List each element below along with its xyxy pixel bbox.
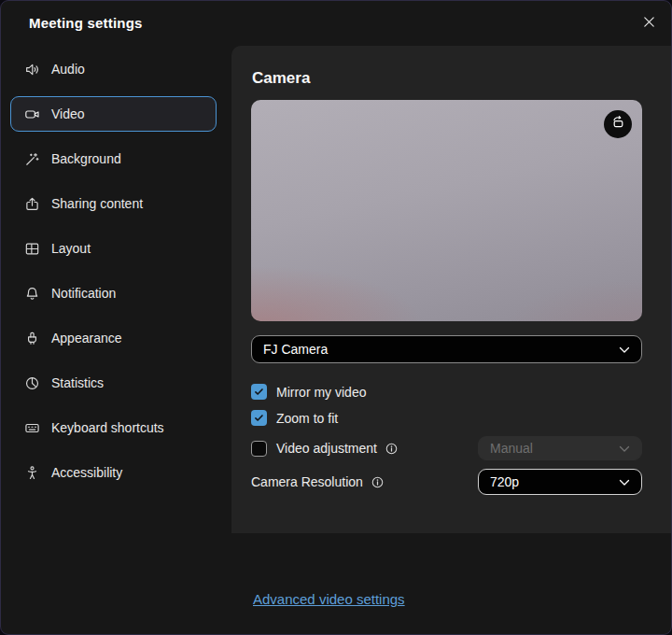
camera-device-value: FJ Camera — [263, 342, 328, 357]
advanced-video-settings-link[interactable]: Advanced video settings — [253, 591, 405, 607]
info-icon[interactable] — [385, 442, 399, 456]
video-settings-panel: Camera FJ Camera Mirror my video — [231, 46, 672, 533]
sidebar-item-label: Accessibility — [51, 465, 122, 480]
meeting-settings-dialog: Meeting settings Audio Video Background — [0, 0, 672, 635]
zoom-to-fit-checkbox[interactable] — [251, 410, 267, 426]
video-adjustment-label: Video adjustment — [276, 441, 377, 456]
sidebar-item-label: Keyboard shortcuts — [51, 420, 164, 435]
magic-wand-icon — [23, 150, 40, 167]
sidebar-item-label: Audio — [51, 62, 85, 77]
video-toggles: Mirror my video Zoom to fit Video adjust… — [251, 384, 642, 495]
camera-resolution-value: 720p — [490, 474, 519, 489]
sidebar-item-label: Appearance — [51, 331, 122, 346]
paintbrush-icon — [23, 330, 40, 346]
flip-camera-button[interactable] — [604, 110, 632, 138]
chevron-down-icon — [619, 474, 630, 489]
camera-preview — [251, 100, 642, 321]
sidebar-item-appearance[interactable]: Appearance — [10, 320, 217, 356]
close-button[interactable] — [637, 11, 661, 35]
layout-grid-icon — [23, 240, 40, 257]
sidebar-item-accessibility[interactable]: Accessibility — [10, 455, 217, 490]
zoom-to-fit-row: Zoom to fit — [251, 410, 642, 426]
sidebar-item-keyboard-shortcuts[interactable]: Keyboard shortcuts — [10, 410, 217, 445]
zoom-to-fit-label: Zoom to fit — [276, 411, 338, 426]
camera-resolution-row: Camera Resolution 720p — [251, 469, 642, 495]
panel-heading: Camera — [252, 69, 642, 88]
info-icon[interactable] — [371, 475, 385, 489]
sidebar-item-notification[interactable]: Notification — [10, 275, 217, 311]
close-icon — [642, 15, 656, 33]
bell-icon — [23, 285, 40, 302]
video-adjustment-mode-value: Manual — [490, 441, 533, 456]
video-adjustment-checkbox[interactable] — [251, 441, 267, 457]
camera-resolution-label: Camera Resolution — [251, 474, 363, 489]
video-adjustment-mode-select[interactable]: Manual — [478, 436, 642, 460]
chevron-down-icon — [619, 342, 630, 357]
speaker-icon — [23, 61, 40, 78]
sidebar-item-audio[interactable]: Audio — [10, 51, 217, 87]
mirror-video-checkbox[interactable] — [251, 384, 267, 400]
video-camera-icon — [23, 106, 40, 122]
accessibility-icon — [23, 464, 40, 481]
sidebar-item-label: Video — [51, 106, 85, 121]
sidebar-item-video[interactable]: Video — [10, 96, 217, 132]
camera-resolution-select[interactable]: 720p — [478, 469, 642, 495]
flip-camera-icon — [609, 114, 626, 134]
sidebar-item-layout[interactable]: Layout — [10, 231, 217, 266]
chevron-down-icon — [619, 441, 630, 456]
pie-chart-icon — [23, 374, 40, 391]
titlebar: Meeting settings — [1, 1, 671, 46]
sidebar-item-label: Sharing content — [51, 196, 143, 211]
video-adjustment-row: Video adjustment Manual — [251, 436, 642, 460]
share-icon — [23, 195, 40, 212]
sidebar-item-statistics[interactable]: Statistics — [10, 365, 217, 401]
sidebar-item-background[interactable]: Background — [10, 141, 217, 176]
sidebar-item-label: Statistics — [51, 375, 104, 390]
sidebar-item-sharing-content[interactable]: Sharing content — [10, 186, 217, 221]
sidebar-item-label: Background — [51, 151, 121, 166]
settings-sidebar: Audio Video Background Sharing content L — [1, 46, 231, 634]
sidebar-item-label: Layout — [51, 241, 91, 256]
camera-device-select[interactable]: FJ Camera — [251, 335, 642, 363]
dialog-title: Meeting settings — [29, 15, 143, 31]
mirror-video-label: Mirror my video — [276, 385, 366, 400]
mirror-video-row: Mirror my video — [251, 384, 642, 400]
sidebar-item-label: Notification — [51, 286, 116, 301]
keyboard-icon — [23, 419, 40, 436]
